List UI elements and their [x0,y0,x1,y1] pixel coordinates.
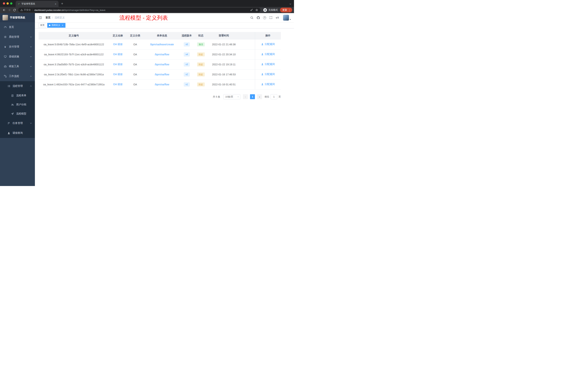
status-badge: 挂起 [197,82,205,87]
assign-rule-button[interactable]: 分配规则 [261,73,275,76]
sidebar-item-task-management[interactable]: 任务管理 [0,118,35,128]
window-minimize-button[interactable] [7,2,9,5]
sidebar-item-label: 流程表单 [16,94,26,97]
cell-deploy-time: 2022-01-16 01:40:51 [208,79,239,89]
version-badge: v4 [184,52,190,56]
definition-name-link[interactable]: OA 请假 [113,73,122,76]
sidebar-item-label: 支付管理 [9,45,19,48]
col-deploy-time: 部署时间 [208,32,239,39]
github-icon[interactable] [257,16,260,20]
pagination: 共 5 条 10条/页 ▾ ‹ 1 › 前往 页 [39,94,281,99]
assign-rule-button[interactable]: 分配规则 [261,83,275,86]
window-close-button[interactable] [3,2,5,5]
goto-page-input[interactable] [271,94,277,99]
tag-close-icon[interactable]: × [61,24,64,27]
sidebar-item-label: 任务管理 [12,121,23,125]
sidebar-item-label: 首页 [9,25,14,29]
user-icon [261,63,264,66]
users-icon [11,103,14,106]
font-size-icon[interactable]: тT [276,16,279,19]
incognito-label: 无痕模式 [268,8,278,12]
form-link[interactable]: /bpm/oa/flow [155,53,169,56]
tag-label: 首页 [40,24,44,27]
col-status: 状态 [193,32,208,39]
flag-icon [7,122,10,125]
sidebar-item-leave-query[interactable]: 请假查询 [0,128,35,138]
sidebar-item-process-form[interactable]: 流程表单 [0,91,35,100]
dashboard-icon [4,26,7,29]
table-row: oa_leave:2:3c1f0ef1-76b1-11ec-9c66-a2380… [39,69,281,79]
sidebar-item-dev-tools[interactable]: 研发工具 [0,62,35,71]
form-link[interactable]: /bpm/oa/leave/create [150,43,174,46]
back-button[interactable] [2,8,7,12]
form-link[interactable]: /bpm/oa/flow [155,73,169,76]
address-bar[interactable]: 不安全 dashboard.yudao.iocoder.cn/bpm/manag… [18,8,260,12]
assign-rule-button[interactable]: 分配规则 [261,43,275,46]
tab-close-icon[interactable]: × [54,2,57,5]
app-logo-avatar [2,15,8,20]
cell-category: OA [126,59,144,69]
sidebar-menu: 首页 系统管理 ¥ 支付管理 基础设施 [0,22,35,138]
definition-name-link[interactable]: OA 请假 [113,63,122,66]
forward-button[interactable] [7,8,12,12]
goto-unit-label: 页 [279,95,281,98]
chevron-down-icon [30,46,32,48]
sidebar-item-process-management[interactable]: 流程管理 [0,81,35,91]
form-link[interactable]: /bpm/oa/flow [155,63,169,66]
tag-home[interactable]: 首页 [39,23,46,28]
pagination-total: 共 5 条 [213,95,220,98]
assign-rule-button[interactable]: 分配规则 [261,53,275,56]
page-number-button[interactable]: 1 [250,94,255,99]
caret-down-icon: ▾ [238,96,239,98]
sidebar-item-user-group[interactable]: 用户分组 [0,100,35,109]
cell-definition-id: oa_leave:5:004b710b-7b8a-11ec-8ef0-acde4… [39,39,109,49]
active-dot [49,25,50,26]
version-badge: v5 [184,42,190,46]
password-key-icon[interactable] [250,9,253,11]
sidebar-item-home[interactable]: 首页 [0,22,35,32]
hamburger-icon[interactable] [37,15,44,20]
status-badge: 挂起 [197,62,205,66]
page-size-select[interactable]: 10条/页 ▾ [223,94,240,99]
bookmark-star-icon[interactable] [255,9,258,11]
definition-name-link[interactable]: OA 请假 [113,43,122,46]
status-badge: 挂起 [197,52,205,56]
chrome-update-button[interactable]: 更新 ⋮ [280,8,292,12]
avatar[interactable] [283,15,289,21]
search-icon[interactable] [250,16,253,19]
tab-search-chevron-icon[interactable] [289,3,292,5]
definition-name-link[interactable]: OA 请假 [113,83,122,86]
breadcrumb-home-link[interactable]: 首页 [45,16,51,19]
sidebar-item-payment[interactable]: ¥ 支付管理 [0,42,35,52]
navbar-actions: ? тT ▾ [250,15,291,21]
sidebar-item-infrastructure[interactable]: 基础设施 [0,52,35,62]
window-zoom-button[interactable] [10,2,12,5]
cell-category: OA [126,49,144,59]
omnibox-divider [32,9,33,11]
goto-label: 前往 [264,95,269,98]
user-icon [261,53,264,55]
caret-down-icon: ▾ [290,18,291,21]
sidebar-item-workflow[interactable]: 工作流程 [0,71,35,81]
next-page-button[interactable]: › [257,94,262,99]
cell-definition-id: oa_leave:1:482ec033-762a-11ec-8477-a2380… [39,79,109,89]
app-logo-row[interactable]: 芋道管理系统 [0,13,35,22]
security-indicator[interactable]: 不安全 [20,8,31,12]
tag-process-definition[interactable]: 流程定义 × [47,23,65,28]
browser-menu-kebab-icon[interactable]: ⋮ [288,9,291,11]
new-tab-button[interactable]: + [61,2,63,5]
form-link[interactable]: /bpm/oa/flow [155,83,169,86]
col-process-version: 流程版本 [180,32,193,39]
user-menu[interactable]: ▾ [283,15,291,21]
browser-tab-bar: 芋道管理系统 × + [0,0,294,7]
sidebar-item-process-model[interactable]: 流程模型 [0,109,35,118]
reload-button[interactable] [12,8,17,12]
col-form-info: 表单信息 [144,32,180,39]
fullscreen-icon[interactable] [269,16,273,19]
sidebar-item-system[interactable]: 系统管理 [0,32,35,42]
assign-rule-button[interactable]: 分配规则 [261,63,275,66]
definition-name-link[interactable]: OA 请假 [113,53,122,56]
prev-page-button[interactable]: ‹ [243,94,248,99]
browser-tab[interactable]: 芋道管理系统 × [16,1,59,7]
help-icon[interactable]: ? [263,16,266,19]
